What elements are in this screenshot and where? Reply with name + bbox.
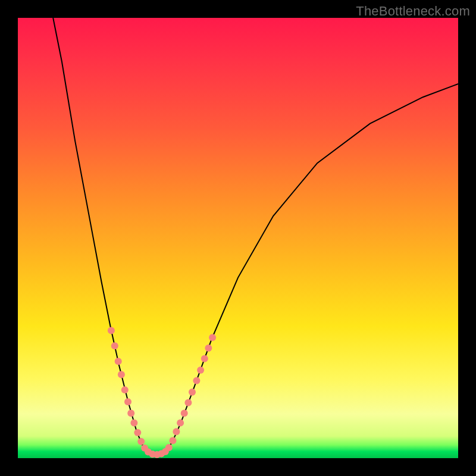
marker-left <box>124 398 131 405</box>
marker-right <box>170 437 177 444</box>
marker-left <box>111 342 118 349</box>
marker-right <box>189 389 196 396</box>
bottleneck-chart: TheBottleneck.com <box>0 0 476 476</box>
plot-area <box>18 18 458 458</box>
marker-right <box>177 419 184 427</box>
marker-right <box>205 345 212 352</box>
marker-left <box>134 429 141 436</box>
marker-left <box>115 358 122 365</box>
marker-right <box>165 444 173 451</box>
bottleneck-curve <box>53 18 458 455</box>
marker-right <box>209 334 216 341</box>
marker-right <box>173 428 180 436</box>
marker-left <box>118 371 125 378</box>
marker-right <box>197 367 204 374</box>
marker-left <box>137 438 145 445</box>
marker-right <box>201 355 208 362</box>
marker-group <box>108 327 216 458</box>
marker-right <box>193 377 200 384</box>
marker-left <box>127 410 134 417</box>
marker-right <box>181 410 188 417</box>
marker-left <box>108 327 115 334</box>
curve-svg <box>18 18 458 458</box>
marker-left <box>130 419 137 427</box>
marker-right <box>184 399 192 406</box>
watermark-text: TheBottleneck.com <box>356 4 470 19</box>
marker-left <box>121 386 129 393</box>
